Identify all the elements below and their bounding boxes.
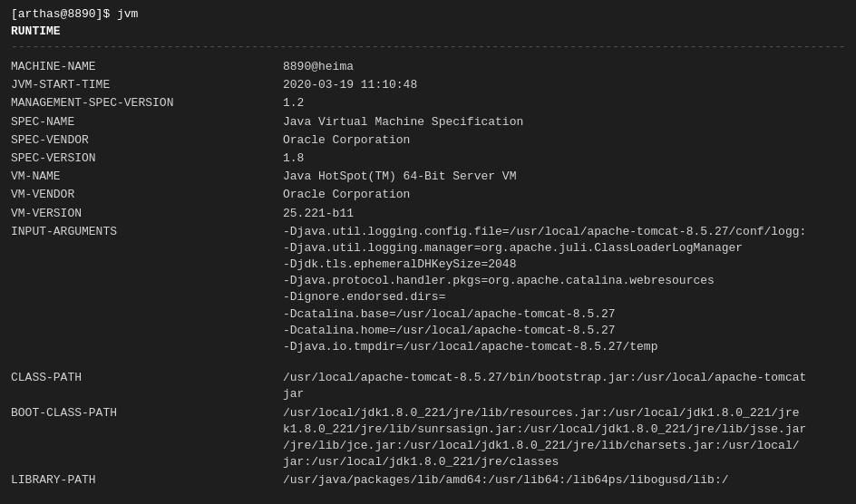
table-row: SPEC-VERSION1.8 [11,150,845,167]
value-line: jar [283,386,845,402]
row-key: INPUT-ARGUMENTS [11,224,283,240]
row-key: VM-VENDOR [11,187,283,203]
table-row: MANAGEMENT-SPEC-VERSION1.2 [11,95,845,111]
section-header: RUNTIME [11,24,845,38]
terminal: [arthas@8890]$ jvm RUNTIME -------------… [0,0,856,504]
value-line: 1.2 [283,95,845,111]
value-line: 2020-03-19 11:10:48 [283,77,845,93]
row-value: Oracle Corporation [283,187,845,203]
row-value: Java HotSpot(TM) 64-Bit Server VM [283,169,845,185]
row-value: 2020-03-19 11:10:48 [283,77,845,93]
row-value: /usr/java/packages/lib/amd64:/usr/lib64:… [283,472,845,489]
value-line: -Dcatalina.base=/usr/local/apache-tomcat… [283,306,845,323]
row-key: VM-VERSION [11,206,283,222]
table-row: VM-VENDOROracle Corporation [11,187,845,203]
row-key: MACHINE-NAME [11,59,283,75]
rows-container: MACHINE-NAME8890@heimaJVM-START-TIME2020… [11,59,845,489]
value-line: -Djava.util.logging.manager=org.apache.j… [283,240,845,257]
row-key: SPEC-VERSION [11,150,283,167]
value-line: -Djava.util.logging.config.file=/usr/loc… [283,224,845,240]
row-key: CLASS-PATH [11,370,283,386]
value-line: -Dcatalina.home=/usr/local/apache-tomcat… [283,323,845,339]
value-line: -Djava.protocol.handler.pkgs=org.apache.… [283,273,845,289]
row-key: JVM-START-TIME [11,77,283,93]
value-line: 8890@heima [283,59,845,75]
row-key: LIBRARY-PATH [11,472,283,489]
row-value: Java Virtual Machine Specification [283,114,845,131]
row-value: /usr/local/jdk1.8.0_221/jre/lib/resource… [283,405,845,471]
table-row: SPEC-VENDOROracle Corporation [11,132,845,149]
table-row: MACHINE-NAME8890@heima [11,59,845,75]
value-line: -Djdk.tls.ephemeralDHKeySize=2048 [283,257,845,273]
value-line: -Dignore.endorsed.dirs= [283,289,845,305]
value-line: Java Virtual Machine Specification [283,114,845,131]
table-row: INPUT-ARGUMENTS-Djava.util.logging.confi… [11,224,845,356]
table-row: JVM-START-TIME2020-03-19 11:10:48 [11,77,845,93]
row-key: BOOT-CLASS-PATH [11,405,283,422]
value-line: jar:/usr/local/jdk1.8.0_221/jre/classes [283,454,845,470]
value-line: /jre/lib/jce.jar:/usr/local/jdk1.8.0_221… [283,438,845,454]
table-row: LIBRARY-PATH/usr/java/packages/lib/amd64… [11,472,845,489]
row-value: 8890@heima [283,59,845,75]
value-line: k1.8.0_221/jre/lib/sunrsasign.jar:/usr/l… [283,422,845,438]
row-value: Oracle Corporation [283,132,845,149]
value-line: /usr/local/apache-tomcat-8.5.27/bin/boot… [283,370,845,386]
value-line: Oracle Corporation [283,187,845,203]
table-row: VM-NAMEJava HotSpot(TM) 64-Bit Server VM [11,169,845,185]
row-value: -Djava.util.logging.config.file=/usr/loc… [283,224,845,356]
value-line: /usr/java/packages/lib/amd64:/usr/lib64:… [283,472,845,489]
table-row: BOOT-CLASS-PATH/usr/local/jdk1.8.0_221/j… [11,405,845,471]
row-value: /usr/local/apache-tomcat-8.5.27/bin/boot… [283,370,845,402]
row-key: MANAGEMENT-SPEC-VERSION [11,95,283,111]
value-line: 1.8 [283,150,845,167]
value-line: Oracle Corporation [283,132,845,149]
row-value: 1.8 [283,150,845,167]
row-key: VM-NAME [11,169,283,185]
value-line: 25.221-b11 [283,206,845,222]
value-line: -Djava.io.tmpdir=/usr/local/apache-tomca… [283,339,845,355]
table-row: SPEC-NAMEJava Virtual Machine Specificat… [11,114,845,131]
row-value: 1.2 [283,95,845,111]
divider: ----------------------------------------… [11,40,845,53]
table-row: CLASS-PATH/usr/local/apache-tomcat-8.5.2… [11,370,845,402]
value-line: /usr/local/jdk1.8.0_221/jre/lib/resource… [283,405,845,422]
row-key: SPEC-NAME [11,114,283,131]
row-value: 25.221-b11 [283,206,845,222]
prompt-line: [arthas@8890]$ jvm [11,7,845,21]
table-row: VM-VERSION25.221-b11 [11,206,845,222]
value-line: Java HotSpot(TM) 64-Bit Server VM [283,169,845,185]
row-key: SPEC-VENDOR [11,132,283,149]
